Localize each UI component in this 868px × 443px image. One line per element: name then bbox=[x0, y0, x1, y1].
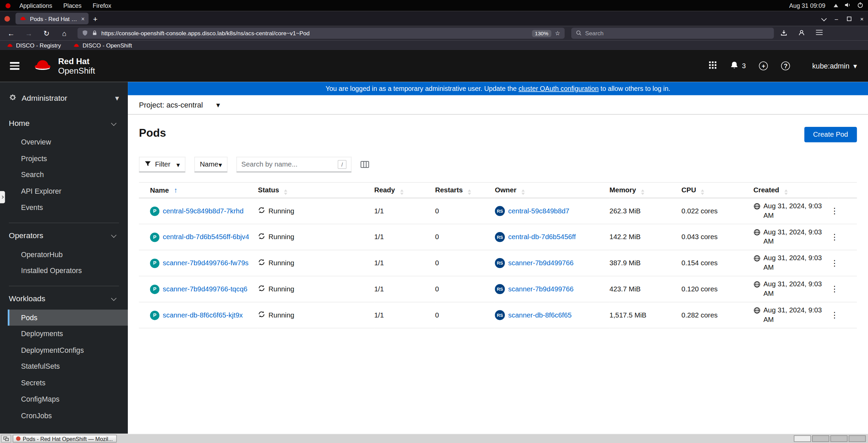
shield-icon[interactable] bbox=[82, 30, 88, 37]
menu-places[interactable]: Places bbox=[58, 0, 87, 11]
sidebar-item-secrets[interactable]: Secrets bbox=[0, 374, 128, 391]
pod-name-link[interactable]: scanner-7b9d499766-tqcq6 bbox=[163, 285, 248, 293]
power-icon[interactable] bbox=[857, 2, 864, 9]
bookmark-star-icon[interactable]: ☆ bbox=[555, 30, 560, 37]
back-icon[interactable]: ← bbox=[3, 29, 19, 37]
pod-name-link[interactable]: central-db-7d6b5456ff-6bjv4 bbox=[163, 233, 249, 241]
name-search-field[interactable]: / bbox=[236, 157, 352, 172]
header-status[interactable]: Status bbox=[258, 182, 374, 198]
owner-link[interactable]: scanner-7b9d499766 bbox=[508, 285, 574, 293]
kebab-menu-icon[interactable]: ⋮ bbox=[828, 310, 839, 320]
pod-name-link[interactable]: central-59c849b8d7-7krhd bbox=[163, 207, 243, 215]
owner-link[interactable]: scanner-db-8f6c6f65 bbox=[508, 311, 572, 319]
workspace-4[interactable] bbox=[849, 435, 866, 442]
create-pod-button[interactable]: Create Pod bbox=[804, 127, 857, 142]
workspace-1[interactable] bbox=[794, 435, 811, 442]
oauth-config-link[interactable]: cluster OAuth configuration bbox=[518, 85, 598, 93]
manage-columns-button[interactable] bbox=[360, 160, 369, 169]
sidebar-item-operatorhub[interactable]: OperatorHub bbox=[0, 246, 128, 263]
quick-create-icon[interactable]: + bbox=[759, 61, 768, 70]
side-panel-toggle[interactable] bbox=[0, 191, 5, 203]
filter-type-dropdown[interactable]: Name ▾ bbox=[194, 157, 228, 172]
timestamp-icon bbox=[753, 201, 761, 211]
kebab-menu-icon[interactable]: ⋮ bbox=[828, 206, 839, 216]
bookmark-disco-registry[interactable]: DISCO - Registry bbox=[7, 42, 61, 49]
nav-group-workloads[interactable]: Workloads bbox=[0, 287, 128, 309]
url-bar[interactable]: https://console-openshift-console.apps.d… bbox=[78, 28, 565, 39]
new-tab-button[interactable]: + bbox=[88, 14, 102, 23]
window-maximize-button[interactable] bbox=[847, 16, 851, 21]
browser-search-input[interactable] bbox=[585, 30, 770, 37]
notifications-button[interactable]: 3 bbox=[730, 61, 746, 71]
user-menu[interactable]: kube:admin ▾ bbox=[812, 62, 857, 70]
sidebar-item-configmaps[interactable]: ConfigMaps bbox=[0, 391, 128, 407]
sidebar-item-statefulsets[interactable]: StatefulSets bbox=[0, 358, 128, 374]
sidebar-item-events[interactable]: Events bbox=[0, 199, 128, 216]
help-icon[interactable]: ? bbox=[781, 61, 790, 70]
sidebar-item-cronjobs[interactable]: CronJobs bbox=[0, 407, 128, 424]
sidebar-item-installed-operators[interactable]: Installed Operators bbox=[0, 263, 128, 279]
owner-link[interactable]: central-59c849b8d7 bbox=[508, 207, 569, 215]
account-icon[interactable] bbox=[794, 29, 809, 37]
browser-menu-icon[interactable] bbox=[811, 28, 827, 38]
zoom-indicator[interactable]: 130% bbox=[532, 30, 551, 37]
sidebar-item-projects[interactable]: Projects bbox=[0, 150, 128, 167]
pod-name-link[interactable]: scanner-db-8f6c6f65-kjt9x bbox=[163, 311, 243, 319]
owner-link[interactable]: central-db-7d6b5456ff bbox=[508, 233, 576, 241]
downloads-icon[interactable] bbox=[776, 29, 792, 37]
sidebar-item-search[interactable]: Search bbox=[0, 167, 128, 183]
tab-close-icon[interactable]: × bbox=[81, 15, 85, 22]
header-memory[interactable]: Memory bbox=[610, 182, 682, 198]
browser-tab[interactable]: Pods - Red Hat OpenShift × bbox=[16, 13, 89, 24]
name-search-input[interactable] bbox=[241, 160, 334, 168]
browser-search-bar[interactable] bbox=[571, 28, 774, 39]
lock-icon[interactable] bbox=[92, 30, 97, 37]
list-tabs-icon[interactable] bbox=[821, 16, 827, 21]
kebab-menu-icon[interactable]: ⋮ bbox=[828, 232, 839, 242]
nav-toggle-icon[interactable] bbox=[10, 60, 19, 72]
project-label: Project: acs-central bbox=[139, 100, 203, 109]
sidebar-item-overview[interactable]: Overview bbox=[0, 134, 128, 150]
forward-icon[interactable]: → bbox=[21, 29, 37, 37]
table-row: Pcentral-db-7d6b5456ff-6bjv4 Running 1/1… bbox=[139, 224, 857, 250]
header-name[interactable]: Name↑ bbox=[139, 182, 258, 198]
volume-icon[interactable] bbox=[844, 2, 851, 9]
kebab-menu-icon[interactable]: ⋮ bbox=[828, 284, 839, 294]
kebab-menu-icon[interactable]: ⋮ bbox=[828, 258, 839, 268]
browser-logo-icon[interactable] bbox=[4, 16, 10, 21]
sidebar-item-api-explorer[interactable]: API Explorer bbox=[0, 183, 128, 199]
bookmark-disco-openshift[interactable]: DISCO - OpenShift bbox=[73, 42, 132, 49]
sidebar-item-deploymentconfigs[interactable]: DeploymentConfigs bbox=[0, 342, 128, 358]
sidebar-item-pods[interactable]: Pods bbox=[8, 309, 128, 326]
perspective-switcher[interactable]: Administrator ▾ bbox=[9, 91, 119, 105]
workspace-3[interactable] bbox=[830, 435, 848, 442]
show-desktop-button[interactable] bbox=[1, 435, 11, 443]
menu-firefox[interactable]: Firefox bbox=[87, 0, 117, 11]
sidebar-item-deployments[interactable]: Deployments bbox=[0, 326, 128, 342]
header-created[interactable]: Created bbox=[753, 182, 828, 198]
header-restarts[interactable]: Restarts bbox=[435, 182, 495, 198]
brand-logo[interactable]: Red Hat OpenShift bbox=[33, 56, 95, 75]
workspace-2[interactable] bbox=[812, 435, 829, 442]
nav-group-home[interactable]: Home bbox=[0, 112, 128, 134]
window-close-button[interactable]: × bbox=[860, 15, 864, 22]
menu-applications[interactable]: Applications bbox=[14, 0, 58, 11]
app-launcher-icon[interactable] bbox=[709, 61, 717, 71]
project-selector[interactable]: Project: acs-central ▾ bbox=[128, 95, 868, 115]
panel-status-icon[interactable] bbox=[834, 4, 838, 7]
pod-cpu: 0.120 cores bbox=[682, 285, 718, 293]
home-icon[interactable]: ⌂ bbox=[57, 29, 72, 37]
clock[interactable]: Aug 31 09:09 bbox=[789, 2, 825, 9]
header-cpu[interactable]: CPU bbox=[682, 182, 753, 198]
timestamp-icon bbox=[753, 254, 761, 264]
header-ready[interactable]: Ready bbox=[374, 182, 435, 198]
header-owner[interactable]: Owner bbox=[495, 182, 610, 198]
reload-icon[interactable]: ↻ bbox=[39, 29, 54, 37]
taskbar-window-title: Pods - Red Hat OpenShift — Mozil... bbox=[23, 436, 113, 442]
filter-dropdown[interactable]: Filter ▾ bbox=[139, 157, 185, 172]
taskbar-window-button[interactable]: Pods - Red Hat OpenShift — Mozil... bbox=[13, 435, 117, 443]
window-minimize-button[interactable]: – bbox=[835, 15, 838, 22]
pod-name-link[interactable]: scanner-7b9d499766-fw79s bbox=[163, 259, 249, 267]
owner-link[interactable]: scanner-7b9d499766 bbox=[508, 259, 574, 267]
nav-group-operators[interactable]: Operators bbox=[0, 224, 128, 246]
